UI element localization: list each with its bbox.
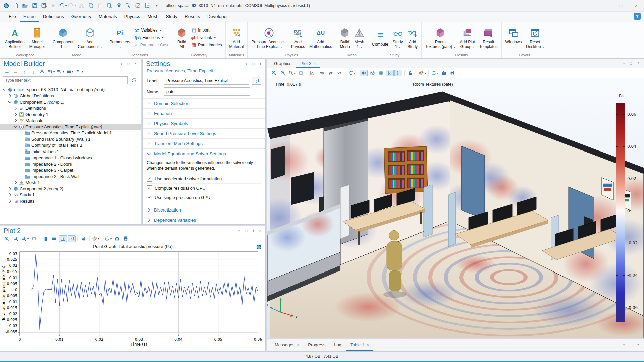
color-theme-icon[interactable]: ▾ (418, 70, 427, 76)
tree-node-impedance-1-closed-windows[interactable]: Impedance 1 - Closed windows (0, 155, 141, 161)
tree-node-materials[interactable]: Materials (0, 118, 141, 124)
tab-graphics[interactable]: Graphics (270, 59, 296, 68)
menu-geometry[interactable]: Geometry (68, 12, 95, 22)
menu-home[interactable]: Home (20, 12, 39, 22)
panel-menu-icon[interactable]: ▾ (622, 343, 626, 347)
tree-node-initial-values-1[interactable]: Initial Values 1 (0, 148, 141, 155)
ribbon-build-all-button[interactable]: BuildAll (175, 26, 189, 50)
menu-results[interactable]: Results (181, 12, 203, 22)
tree-options-icon[interactable]: ▾ (65, 68, 74, 75)
ribbon-add-component-button[interactable]: AddComponent ▾ (76, 26, 104, 50)
move-down-icon[interactable]: ↓ (29, 68, 37, 75)
panel-pin-icon[interactable] (636, 343, 640, 347)
panel-menu-icon[interactable]: ▾ (244, 62, 249, 66)
show-axes-icon[interactable] (59, 235, 67, 242)
tab-messages[interactable]: Messages× (271, 339, 303, 351)
print-icon[interactable] (122, 235, 130, 242)
duplicate-icon[interactable] (105, 1, 114, 10)
tree-node-impedance-2-doors[interactable]: Impedance 2 - Doors (0, 161, 141, 167)
zoom-box-icon[interactable]: ▾ (287, 70, 296, 76)
name-field[interactable] (164, 87, 250, 96)
checkbox-icon[interactable]: ✓ (147, 176, 152, 182)
tab-plot-3[interactable]: Plot 3× (296, 59, 320, 68)
snapshot-icon[interactable] (113, 235, 121, 242)
collapse-all-icon[interactable]: ▾ (47, 68, 55, 75)
ribbon-add-study-button[interactable]: AddStudy (405, 26, 420, 50)
zoom-out-icon[interactable] (12, 235, 20, 242)
3d-viewport[interactable]: z x y Time=0.017 s Room Textures (pate) … (267, 78, 644, 338)
checkbox-icon[interactable]: ✓ (147, 185, 152, 191)
rename-button[interactable] (252, 77, 261, 85)
tree-node-impedance-3-carpet[interactable]: Impedance 3 - Carpet (0, 167, 141, 174)
sound-icon[interactable] (360, 70, 368, 76)
section-equation[interactable]: Equation (143, 108, 265, 118)
panel-menu-icon[interactable]: ▾ (622, 61, 626, 66)
panel-pin-icon[interactable] (251, 229, 256, 233)
show-annotations-icon[interactable] (68, 235, 76, 242)
section-dependent-variables[interactable]: Dependent Variables (143, 215, 265, 224)
nav-forward-icon[interactable]: → (12, 68, 20, 75)
panel-float-icon[interactable]: □ (629, 343, 633, 347)
checkbox-icon[interactable]: ✓ (147, 195, 152, 200)
tab-log[interactable]: Log (330, 339, 345, 351)
select-box-icon[interactable] (124, 1, 133, 10)
maximize-button[interactable]: □ (613, 0, 629, 11)
open-file-icon[interactable] (21, 1, 30, 10)
menu-study[interactable]: Study (162, 12, 181, 22)
cut-icon[interactable] (77, 1, 86, 10)
ribbon-compute-button[interactable]: =Compute (370, 28, 390, 47)
tree-node-geometry-1[interactable]: Geometry 1 (0, 111, 141, 118)
panel-float-icon[interactable]: □ (126, 62, 131, 66)
lock-view-icon[interactable] (406, 70, 414, 76)
menu-definitions[interactable]: Definitions (40, 12, 67, 22)
color-theme-icon[interactable]: ▾ (91, 235, 100, 242)
plot2-chart-area[interactable]: Point Graph: Total acoustic pressure (Pa… (0, 243, 265, 351)
ribbon-result-templates-button[interactable]: ResultTemplates (477, 26, 500, 50)
tree-node-pressure-acoustics-time-explicit-model-1[interactable]: Pressure Acoustics, Time Explicit Model … (0, 130, 141, 136)
filter-view-icon[interactable]: ▾ (75, 68, 84, 75)
menu-physics[interactable]: Physics (121, 12, 144, 22)
checkbox-use-single-precision-on-gpu[interactable]: ✓Use single precision on GPU (147, 193, 261, 202)
tree-node-continuity-of-total-fields-1[interactable]: Continuity of Total Fields 1 (0, 142, 141, 149)
save-icon[interactable] (30, 1, 39, 10)
show-icon[interactable] (38, 68, 46, 75)
rotate-icon[interactable]: ▾ (347, 70, 356, 76)
ribbon-component-1-button[interactable]: Component1 ▾ (51, 26, 75, 50)
ribbon-livelink-button[interactable]: ⇄LiveLink▾ (189, 35, 223, 41)
help-button[interactable]: ? (634, 13, 641, 20)
ribbon-import-button[interactable]: Import (189, 27, 223, 34)
tree-expander-icon[interactable] (13, 124, 18, 129)
tree-node-global-definitions[interactable]: Global Definitions (0, 93, 141, 99)
tab-progress[interactable]: Progress (304, 339, 329, 351)
copy-icon[interactable] (87, 1, 95, 10)
tree-node-component-2[interactable]: Component 2(comp2) (0, 186, 141, 192)
zoom-in-icon[interactable] (270, 70, 278, 76)
tree-expander-icon[interactable] (7, 93, 12, 98)
clear-selection-icon[interactable] (133, 1, 142, 10)
ribbon-study-1-button[interactable]: Study1 ▾ (391, 26, 405, 50)
tree-expander-icon[interactable] (2, 87, 7, 92)
close-tab-icon[interactable]: × (314, 61, 316, 66)
nav-back-icon[interactable]: ← (3, 68, 11, 75)
update-plot-icon[interactable]: ▾ (104, 235, 112, 242)
checkbox-use-accelerated-solver-formulation[interactable]: ✓Use accelerated solver formulation (147, 174, 261, 183)
menu-mesh[interactable]: Mesh (144, 12, 162, 22)
grid-lines-icon[interactable] (42, 235, 50, 242)
zoom-box-icon[interactable]: ▾ (20, 235, 29, 242)
ribbon-application-builder-button[interactable]: AApplicationBuilder (3, 26, 27, 50)
ribbon-part-libraries-button[interactable]: Part Libraries (189, 42, 223, 49)
section-physics-symbols[interactable]: Physics Symbols (143, 118, 265, 128)
axis-limits-icon[interactable] (50, 235, 58, 242)
checkbox-compute-residual-on-gpu[interactable]: ✓Compute residual on GPU (147, 183, 261, 193)
panel-close-icon[interactable]: × (258, 229, 263, 233)
section-discretization[interactable]: Discretization (143, 205, 265, 215)
run-icon[interactable] (49, 1, 58, 10)
close-button[interactable]: × (629, 0, 644, 11)
panel-menu-icon[interactable]: ▾ (119, 62, 124, 66)
panel-float-icon[interactable]: □ (629, 61, 633, 66)
ribbon-reset-desktop-button[interactable]: ResetDesktop ▾ (524, 26, 546, 50)
tree-node-study-1[interactable]: Study 1 (0, 192, 141, 198)
print-icon[interactable] (448, 70, 457, 76)
tree-expander-icon[interactable] (7, 186, 12, 191)
snapshot-icon[interactable] (440, 70, 448, 76)
